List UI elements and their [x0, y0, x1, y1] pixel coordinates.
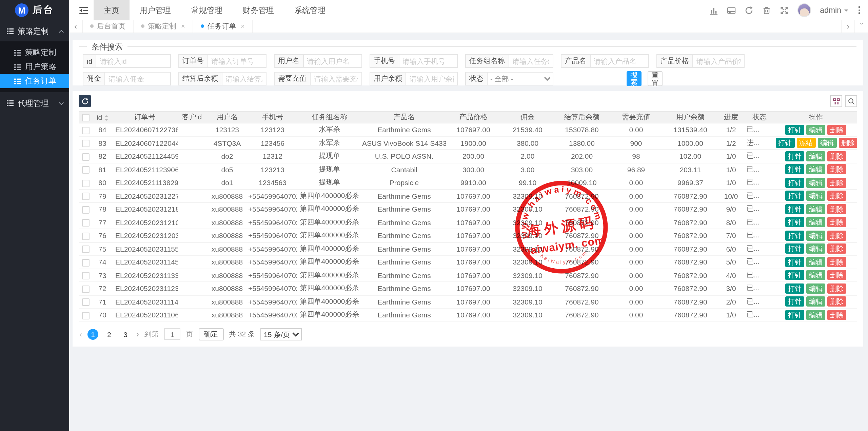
page-size-select[interactable]: 15 条/页: [260, 328, 302, 340]
edit-button[interactable]: 编辑: [806, 178, 825, 188]
topnav-item-5[interactable]: 系统管理: [284, 0, 336, 20]
row-checkbox[interactable]: [82, 272, 90, 279]
search-input[interactable]: [509, 54, 553, 68]
search-input[interactable]: [406, 72, 458, 85]
inject-button[interactable]: 打针: [785, 191, 804, 201]
delete-button[interactable]: 删除: [827, 217, 846, 228]
reset-button[interactable]: 重置: [648, 71, 663, 86]
topnav-item-4[interactable]: 财务管理: [233, 0, 284, 20]
refresh-table-button[interactable]: [79, 95, 91, 107]
inject-button[interactable]: 打针: [785, 297, 804, 307]
row-checkbox[interactable]: [82, 232, 90, 240]
tab-close-icon[interactable]: ×: [181, 23, 185, 30]
row-checkbox[interactable]: [82, 166, 90, 174]
tab-1[interactable]: 后台首页: [83, 20, 134, 32]
delete-button[interactable]: 删除: [827, 231, 846, 241]
delete-button[interactable]: 删除: [827, 178, 846, 188]
sidebar-item-1[interactable]: 策略定制: [0, 45, 69, 60]
columns-filter-button[interactable]: [830, 95, 842, 107]
page-number-3[interactable]: 3: [120, 329, 131, 339]
inject-button[interactable]: 打针: [785, 257, 804, 267]
search-input[interactable]: [303, 54, 362, 68]
edit-button[interactable]: 编辑: [806, 257, 825, 267]
page-next-icon[interactable]: ›: [136, 329, 139, 339]
confirm-page-button[interactable]: 确定: [198, 328, 223, 340]
refresh-icon[interactable]: [745, 6, 753, 15]
sidebar-group-strategy[interactable]: 策略定制: [0, 24, 69, 39]
delete-button[interactable]: 删除: [827, 125, 846, 135]
row-checkbox[interactable]: [82, 193, 90, 200]
inject-button[interactable]: 打针: [785, 231, 804, 241]
select-all-checkbox[interactable]: [82, 114, 90, 122]
tab-2[interactable]: 策略定制×: [134, 20, 193, 32]
topnav-item-3[interactable]: 常规管理: [181, 0, 233, 20]
search-input[interactable]: [311, 72, 362, 85]
inject-button[interactable]: 打针: [785, 178, 804, 188]
row-checkbox[interactable]: [82, 126, 90, 134]
edit-button[interactable]: 编辑: [806, 164, 825, 175]
edit-button[interactable]: 编辑: [806, 283, 825, 294]
tabs-menu-icon[interactable]: ˇ: [854, 20, 868, 32]
edit-button[interactable]: 编辑: [806, 244, 825, 254]
row-checkbox[interactable]: [82, 206, 90, 213]
table-search-button[interactable]: [845, 95, 857, 107]
tab-close-icon[interactable]: ×: [241, 23, 245, 30]
delete-button[interactable]: 删除: [827, 310, 846, 320]
search-input[interactable]: [96, 54, 171, 68]
search-input[interactable]: [208, 54, 267, 68]
inject-button[interactable]: 打针: [785, 164, 804, 175]
card-icon[interactable]: [727, 6, 736, 15]
edit-button[interactable]: 编辑: [806, 217, 825, 228]
edit-button[interactable]: 编辑: [806, 270, 825, 280]
edit-button[interactable]: 编辑: [806, 125, 825, 135]
row-checkbox[interactable]: [82, 153, 90, 160]
row-checkbox[interactable]: [82, 285, 90, 293]
edit-button[interactable]: 编辑: [806, 151, 825, 161]
tab-3[interactable]: 任务订单×: [193, 20, 253, 32]
inject-button[interactable]: 打针: [785, 283, 804, 294]
chart-icon[interactable]: [709, 6, 718, 15]
row-checkbox[interactable]: [82, 259, 90, 266]
row-checkbox[interactable]: [82, 298, 90, 306]
more-options-icon[interactable]: [857, 5, 861, 16]
fullscreen-icon[interactable]: [780, 6, 789, 15]
search-input[interactable]: [105, 72, 171, 85]
delete-button[interactable]: 删除: [827, 151, 846, 161]
delete-button[interactable]: 删除: [827, 270, 846, 280]
delete-button[interactable]: 删除: [827, 204, 846, 214]
inject-button[interactable]: 打针: [785, 270, 804, 280]
inject-button[interactable]: 打针: [785, 217, 804, 228]
edit-button[interactable]: 编辑: [806, 191, 825, 201]
edit-button[interactable]: 编辑: [817, 138, 836, 148]
page-prev-icon[interactable]: ‹: [79, 329, 82, 339]
inject-button[interactable]: 打针: [785, 125, 804, 135]
collapse-sidebar-icon[interactable]: [73, 0, 94, 20]
search-input[interactable]: [693, 54, 745, 68]
page-number-2[interactable]: 2: [104, 329, 115, 339]
sort-icon[interactable]: [104, 116, 108, 121]
inject-button[interactable]: 打针: [785, 310, 804, 320]
sidebar-item-3[interactable]: 任务订单: [0, 74, 69, 88]
trash-icon[interactable]: [762, 6, 771, 15]
avatar[interactable]: [797, 3, 811, 17]
inject-button[interactable]: 打针: [775, 138, 794, 148]
row-checkbox[interactable]: [82, 179, 90, 187]
row-checkbox[interactable]: [82, 312, 90, 319]
tabs-scroll-left-icon[interactable]: ‹: [69, 20, 83, 32]
user-menu[interactable]: admin: [820, 6, 848, 14]
search-input[interactable]: [399, 54, 458, 68]
page-number-1[interactable]: 1: [87, 329, 98, 339]
inject-button[interactable]: 打针: [785, 204, 804, 214]
status-select[interactable]: - 全部 -: [488, 72, 553, 85]
edit-button[interactable]: 编辑: [806, 231, 825, 241]
row-checkbox[interactable]: [82, 246, 90, 253]
topnav-item-2[interactable]: 用户管理: [130, 0, 181, 20]
delete-button[interactable]: 删除: [827, 244, 846, 254]
inject-button[interactable]: 打针: [785, 244, 804, 254]
delete-button[interactable]: 删除: [827, 191, 846, 201]
delete-button[interactable]: 删除: [827, 297, 846, 307]
sidebar-item-2[interactable]: 用户策略: [0, 60, 69, 74]
delete-button[interactable]: 删除: [827, 257, 846, 267]
tabs-scroll-right-icon[interactable]: ›: [841, 20, 854, 32]
delete-button[interactable]: 删除: [827, 283, 846, 294]
